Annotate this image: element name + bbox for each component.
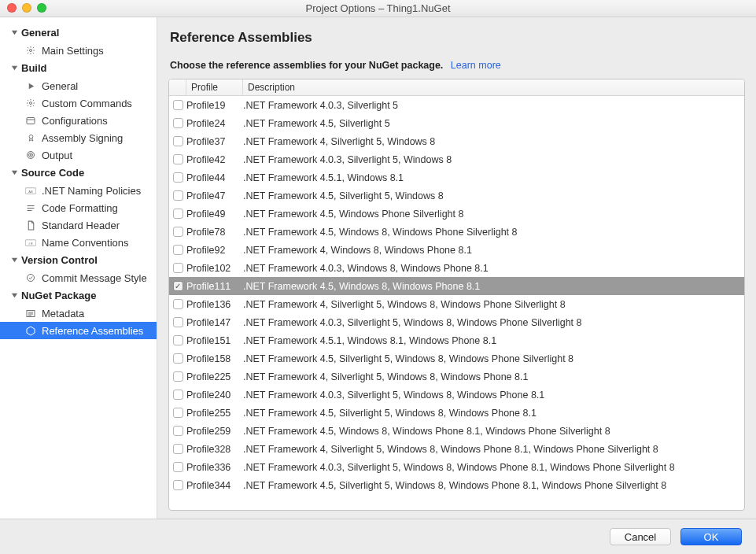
sidebar-item[interactable]: Commit Message Style xyxy=(0,269,157,286)
sidebar-item[interactable]: Custom Commands xyxy=(0,94,157,112)
row-checkbox[interactable] xyxy=(169,209,186,219)
sidebar-group[interactable]: Source Code xyxy=(0,164,157,182)
sidebar-item[interactable]: Output xyxy=(0,146,157,164)
cell-description: .NET Framework 4.5, Silverlight 5, Windo… xyxy=(243,190,741,201)
sidebar-item[interactable]: Standard Header xyxy=(0,216,157,234)
sidebar-item-label: Commit Message Style xyxy=(42,272,147,284)
sidebar-group-label: Version Control xyxy=(21,254,98,266)
cell-description: .NET Framework 4.0.3, Silverlight 5, Win… xyxy=(243,462,741,473)
table-row[interactable]: Profile328.NET Framework 4, Silverlight … xyxy=(169,440,744,458)
table-row[interactable]: Profile19.NET Framework 4.0.3, Silverlig… xyxy=(169,96,744,114)
sidebar-item[interactable]: Metadata xyxy=(0,305,157,322)
sidebar-item-label: Output xyxy=(42,150,72,161)
sidebar-item[interactable]: Assembly Signing xyxy=(0,129,157,146)
table-row[interactable]: Profile24.NET Framework 4.5, Silverlight… xyxy=(169,114,744,132)
header-profile[interactable]: Profile xyxy=(186,79,243,95)
table-row[interactable]: Profile49.NET Framework 4.5, Windows Pho… xyxy=(169,205,744,223)
cell-profile: Profile328 xyxy=(186,444,243,455)
sidebar-item[interactable]: AB.NET Naming Policies xyxy=(0,182,157,199)
row-checkbox[interactable] xyxy=(169,100,186,110)
svg-point-7 xyxy=(29,135,33,138)
cell-profile: Profile92 xyxy=(186,245,243,256)
ok-button[interactable]: OK xyxy=(680,528,742,545)
sidebar-group[interactable]: General xyxy=(0,24,157,42)
cell-description: .NET Framework 4.0.3, Silverlight 5, Win… xyxy=(243,317,741,328)
page-title: Reference Assemblies xyxy=(170,30,743,46)
table-row[interactable]: Profile225.NET Framework 4, Silverlight … xyxy=(169,367,744,386)
svg-point-8 xyxy=(28,152,35,159)
row-checkbox[interactable] xyxy=(169,426,186,436)
table-row[interactable]: Profile42.NET Framework 4.0.3, Silverlig… xyxy=(169,150,744,168)
row-checkbox[interactable] xyxy=(169,263,186,273)
table-row[interactable]: Profile102.NET Framework 4.0.3, Windows … xyxy=(169,259,744,277)
row-checkbox[interactable] xyxy=(169,227,186,237)
table-row[interactable]: Profile92.NET Framework 4, Windows 8, Wi… xyxy=(169,241,744,259)
cell-profile: Profile255 xyxy=(186,408,243,419)
row-checkbox[interactable] xyxy=(169,154,186,164)
svg-marker-3 xyxy=(28,83,33,88)
sidebar-item[interactable]: General xyxy=(0,77,157,94)
svg-point-10 xyxy=(30,154,31,156)
row-checkbox[interactable] xyxy=(169,118,186,128)
row-checkbox[interactable] xyxy=(169,390,186,400)
sidebar-item[interactable]: I RName Conventions xyxy=(0,234,157,251)
table-row[interactable]: Profile158.NET Framework 4.5, Silverligh… xyxy=(169,349,744,367)
list-icon xyxy=(25,308,36,319)
sidebar-group[interactable]: NuGet Package xyxy=(0,286,157,305)
table-row[interactable]: Profile47.NET Framework 4.5, Silverlight… xyxy=(169,187,744,205)
svg-text:I R: I R xyxy=(28,241,32,245)
table-row[interactable]: Profile151.NET Framework 4.5.1, Windows … xyxy=(169,331,744,349)
cell-description: .NET Framework 4.0.3, Windows 8, Windows… xyxy=(243,263,741,274)
row-checkbox[interactable] xyxy=(169,480,186,490)
cell-profile: Profile42 xyxy=(186,154,243,165)
sidebar-item[interactable]: Reference Assemblies xyxy=(0,322,157,339)
cell-description: .NET Framework 4.5.1, Windows 8.1 xyxy=(243,172,741,183)
cell-profile: Profile344 xyxy=(186,480,243,491)
row-checkbox[interactable] xyxy=(169,245,186,255)
cell-description: .NET Framework 4, Silverlight 5, Windows… xyxy=(243,444,741,455)
table-row[interactable]: Profile78.NET Framework 4.5, Windows 8, … xyxy=(169,223,744,241)
row-checkbox[interactable] xyxy=(169,408,186,418)
row-checkbox[interactable] xyxy=(169,317,186,327)
learn-more-link[interactable]: Learn more xyxy=(451,60,501,71)
maximize-icon[interactable] xyxy=(37,3,46,13)
table-row[interactable]: Profile259.NET Framework 4.5, Windows 8,… xyxy=(169,422,744,440)
table-row[interactable]: Profile336.NET Framework 4.0.3, Silverli… xyxy=(169,458,744,476)
row-checkbox[interactable] xyxy=(169,335,186,345)
row-checkbox[interactable] xyxy=(169,136,186,146)
close-icon[interactable] xyxy=(7,3,17,13)
sidebar-item[interactable]: Code Formatting xyxy=(0,199,157,216)
table-row[interactable]: Profile44.NET Framework 4.5.1, Windows 8… xyxy=(169,168,744,187)
cell-profile: Profile111 xyxy=(186,281,243,292)
cell-profile: Profile37 xyxy=(186,136,243,147)
table-row[interactable]: Profile37.NET Framework 4, Silverlight 5… xyxy=(169,132,744,150)
cell-description: .NET Framework 4, Silverlight 5, Windows… xyxy=(243,371,741,382)
header-description[interactable]: Description xyxy=(243,79,744,95)
sidebar-group[interactable]: Version Control xyxy=(0,251,157,269)
table-row[interactable]: Profile344.NET Framework 4.5, Silverligh… xyxy=(169,476,744,494)
table-row[interactable]: ✓Profile111.NET Framework 4.5, Windows 8… xyxy=(169,277,744,295)
table-row[interactable]: Profile147.NET Framework 4.0.3, Silverli… xyxy=(169,313,744,331)
table-row[interactable]: Profile136.NET Framework 4, Silverlight … xyxy=(169,295,744,313)
table-row[interactable]: Profile240.NET Framework 4.0.3, Silverli… xyxy=(169,386,744,404)
row-checkbox[interactable] xyxy=(169,353,186,364)
sidebar-group[interactable]: Build xyxy=(0,59,157,77)
disclosure-icon xyxy=(11,257,18,264)
row-checkbox[interactable] xyxy=(169,172,186,183)
row-checkbox[interactable] xyxy=(169,190,186,201)
cancel-button[interactable]: Cancel xyxy=(610,528,671,545)
row-checkbox[interactable] xyxy=(169,462,186,472)
window-title: Project Options – Thing1.NuGet xyxy=(305,2,450,14)
svg-marker-2 xyxy=(12,66,17,70)
sidebar-item[interactable]: Main Settings xyxy=(0,42,157,59)
row-checkbox[interactable]: ✓ xyxy=(169,281,186,291)
sidebar-item[interactable]: Configurations xyxy=(0,112,157,129)
row-checkbox[interactable] xyxy=(169,299,186,309)
row-checkbox[interactable] xyxy=(169,371,186,382)
cell-profile: Profile102 xyxy=(186,263,243,274)
minimize-icon[interactable] xyxy=(22,3,31,13)
cell-description: .NET Framework 4.5, Silverlight 5, Windo… xyxy=(243,480,741,491)
table-row[interactable]: Profile255.NET Framework 4.5, Silverligh… xyxy=(169,404,744,422)
svg-marker-26 xyxy=(27,327,35,335)
row-checkbox[interactable] xyxy=(169,444,186,454)
